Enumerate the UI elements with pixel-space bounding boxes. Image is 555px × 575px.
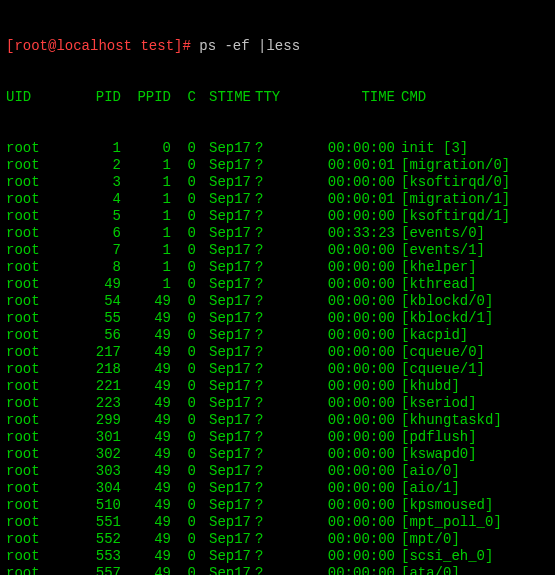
prompt-user-host: [root@localhost test]: [6, 38, 182, 54]
cell-time: 00:00:00: [320, 565, 395, 575]
cell-uid: root: [6, 480, 66, 497]
cell-c: 0: [171, 208, 196, 225]
process-row: root510Sep17?00:00:00[ksoftirqd/1]: [6, 208, 549, 225]
cell-ppid: 49: [121, 293, 171, 310]
cell-uid: root: [6, 378, 66, 395]
cell-c: 0: [171, 361, 196, 378]
cell-ppid: 1: [121, 208, 171, 225]
cell-uid: root: [6, 548, 66, 565]
process-row: root56490Sep17?00:00:00[kacpid]: [6, 327, 549, 344]
cell-stime: Sep17: [196, 378, 251, 395]
cell-stime: Sep17: [196, 225, 251, 242]
cell-stime: Sep17: [196, 429, 251, 446]
cell-tty: ?: [251, 174, 285, 191]
cell-ppid: 49: [121, 463, 171, 480]
cell-time: 00:00:00: [320, 293, 395, 310]
cell-tty: ?: [251, 225, 285, 242]
cell-cmd: [scsi_eh_0]: [395, 548, 493, 565]
cell-tty: ?: [251, 378, 285, 395]
cell-stime: Sep17: [196, 310, 251, 327]
cell-time: 00:00:00: [320, 429, 395, 446]
cell-tty: ?: [251, 412, 285, 429]
cell-cmd: [mpt/0]: [395, 531, 460, 548]
ps-rows: root100Sep17?00:00:00init [3]root210Sep1…: [6, 140, 549, 575]
cell-c: 0: [171, 259, 196, 276]
process-row: root304490Sep17?00:00:00[aio/1]: [6, 480, 549, 497]
process-row: root4910Sep17?00:00:00[kthread]: [6, 276, 549, 293]
cell-uid: root: [6, 242, 66, 259]
process-row: root100Sep17?00:00:00init [3]: [6, 140, 549, 157]
cell-time: 00:00:00: [320, 208, 395, 225]
cell-tty: ?: [251, 514, 285, 531]
process-row: root301490Sep17?00:00:00[pdflush]: [6, 429, 549, 446]
cell-c: 0: [171, 395, 196, 412]
cell-c: 0: [171, 480, 196, 497]
cell-c: 0: [171, 514, 196, 531]
cell-time: 00:00:00: [320, 361, 395, 378]
cell-pid: 2: [66, 157, 121, 174]
hdr-time: TIME: [320, 89, 395, 106]
cell-ppid: 49: [121, 480, 171, 497]
cell-stime: Sep17: [196, 463, 251, 480]
cell-tty: ?: [251, 480, 285, 497]
cell-tty: ?: [251, 276, 285, 293]
cell-stime: Sep17: [196, 208, 251, 225]
cell-cmd: [kblockd/0]: [395, 293, 493, 310]
cell-time: 00:00:00: [320, 174, 395, 191]
cell-ppid: 1: [121, 276, 171, 293]
cell-stime: Sep17: [196, 446, 251, 463]
cell-cmd: [ksoftirqd/0]: [395, 174, 510, 191]
cell-tty: ?: [251, 242, 285, 259]
cell-stime: Sep17: [196, 259, 251, 276]
process-row: root55490Sep17?00:00:00[kblockd/1]: [6, 310, 549, 327]
process-row: root217490Sep17?00:00:00[cqueue/0]: [6, 344, 549, 361]
prompt-line: [root@localhost test]# ps -ef |less: [6, 38, 549, 55]
cell-pid: 7: [66, 242, 121, 259]
cell-uid: root: [6, 140, 66, 157]
cell-time: 00:00:01: [320, 157, 395, 174]
cell-pid: 302: [66, 446, 121, 463]
prompt-hash: #: [182, 38, 190, 54]
cell-stime: Sep17: [196, 565, 251, 575]
cell-c: 0: [171, 293, 196, 310]
cell-ppid: 1: [121, 242, 171, 259]
cell-ppid: 49: [121, 565, 171, 575]
cell-c: 0: [171, 191, 196, 208]
cell-uid: root: [6, 412, 66, 429]
process-row: root610Sep17?00:33:23[events/0]: [6, 225, 549, 242]
process-row: root810Sep17?00:00:00[khelper]: [6, 259, 549, 276]
cell-pid: 3: [66, 174, 121, 191]
cell-cmd: [kseriod]: [395, 395, 477, 412]
cell-ppid: 49: [121, 344, 171, 361]
cell-pid: 218: [66, 361, 121, 378]
terminal-window[interactable]: [root@localhost test]# ps -ef |less UIDP…: [0, 0, 555, 575]
cell-cmd: [kpsmoused]: [395, 497, 493, 514]
cell-time: 00:00:00: [320, 140, 395, 157]
cell-cmd: [khelper]: [395, 259, 477, 276]
cell-time: 00:00:00: [320, 412, 395, 429]
cell-ppid: 49: [121, 412, 171, 429]
cell-pid: 54: [66, 293, 121, 310]
cell-c: 0: [171, 531, 196, 548]
cell-tty: ?: [251, 565, 285, 575]
cell-stime: Sep17: [196, 361, 251, 378]
hdr-uid: UID: [6, 89, 66, 106]
cell-tty: ?: [251, 548, 285, 565]
cell-cmd: [kblockd/1]: [395, 310, 493, 327]
cell-pid: 5: [66, 208, 121, 225]
cell-ppid: 1: [121, 174, 171, 191]
cell-stime: Sep17: [196, 293, 251, 310]
cell-cmd: [migration/0]: [395, 157, 510, 174]
cell-cmd: [khungtaskd]: [395, 412, 502, 429]
process-row: root410Sep17?00:00:01[migration/1]: [6, 191, 549, 208]
cell-time: 00:00:00: [320, 531, 395, 548]
cell-cmd: [ksoftirqd/1]: [395, 208, 510, 225]
cell-tty: ?: [251, 531, 285, 548]
process-row: root218490Sep17?00:00:00[cqueue/1]: [6, 361, 549, 378]
cell-time: 00:00:00: [320, 378, 395, 395]
cell-uid: root: [6, 497, 66, 514]
process-row: root552490Sep17?00:00:00[mpt/0]: [6, 531, 549, 548]
cell-pid: 557: [66, 565, 121, 575]
cell-uid: root: [6, 361, 66, 378]
cell-time: 00:00:00: [320, 327, 395, 344]
